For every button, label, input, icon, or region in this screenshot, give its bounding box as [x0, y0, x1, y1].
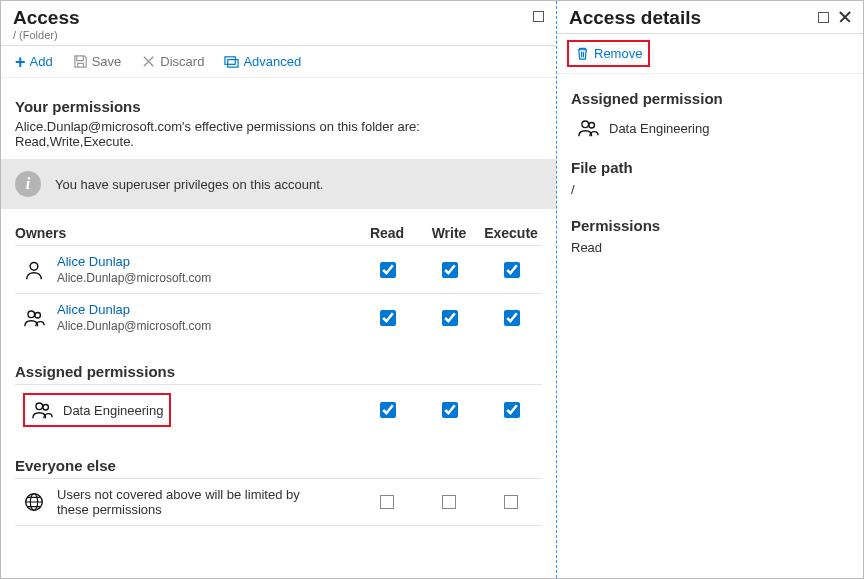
remove-highlight: Remove — [567, 40, 650, 67]
your-permissions-description: Alice.Dunlap@microsoft.com's effective p… — [15, 119, 542, 149]
advanced-label: Advanced — [243, 54, 301, 69]
file-path-value: / — [571, 182, 849, 197]
assigned-name: Data Engineering — [63, 403, 163, 418]
access-details-panel: Access details Remove Assigned permissio… — [557, 1, 863, 578]
access-subtitle: / (Folder) — [13, 29, 80, 41]
assigned-permissions-heading: Assigned permissions — [15, 363, 542, 380]
assigned-highlight: Data Engineering — [23, 393, 171, 427]
access-title: Access — [13, 7, 80, 29]
svg-point-5 — [36, 403, 43, 410]
everyone-else-heading: Everyone else — [15, 457, 542, 474]
info-bar: i You have superuser privileges on this … — [1, 159, 556, 209]
owner-row: Alice Dunlap Alice.Dunlap@microsoft.com — [15, 245, 542, 293]
assigned-row[interactable]: Data Engineering — [15, 384, 542, 435]
discard-label: Discard — [160, 54, 204, 69]
col-execute: Execute — [480, 225, 542, 241]
everyone-write-checkbox[interactable] — [442, 495, 456, 509]
group-icon — [577, 117, 599, 139]
user-icon — [23, 259, 45, 281]
advanced-button[interactable]: Advanced — [220, 52, 305, 71]
assigned-read-checkbox[interactable] — [380, 402, 396, 418]
details-title: Access details — [569, 7, 701, 29]
plus-icon: + — [15, 55, 26, 69]
info-icon: i — [15, 171, 41, 197]
file-path-heading: File path — [571, 159, 849, 176]
add-label: Add — [30, 54, 53, 69]
save-icon — [73, 54, 88, 69]
details-header: Access details — [557, 1, 863, 34]
save-label: Save — [92, 54, 122, 69]
owner-read-checkbox[interactable] — [380, 262, 396, 278]
svg-point-9 — [582, 121, 589, 128]
permissions-heading: Permissions — [571, 217, 849, 234]
details-toolbar: Remove — [557, 34, 863, 74]
everyone-read-checkbox[interactable] — [380, 495, 394, 509]
everyone-row: Users not covered above will be limited … — [15, 478, 542, 526]
assigned-execute-checkbox[interactable] — [504, 402, 520, 418]
owner-row: Alice Dunlap Alice.Dunlap@microsoft.com — [15, 293, 542, 341]
info-text: You have superuser privileges on this ac… — [55, 177, 323, 192]
assigned-permission-heading: Assigned permission — [571, 90, 849, 107]
save-button[interactable]: Save — [69, 52, 126, 71]
svg-rect-1 — [228, 60, 238, 68]
assigned-group-name: Data Engineering — [609, 121, 709, 136]
svg-point-10 — [589, 123, 595, 129]
owner-name[interactable]: Alice Dunlap — [57, 254, 211, 269]
owner-email: Alice.Dunlap@microsoft.com — [57, 271, 211, 285]
access-panel-header: Access / (Folder) — [1, 1, 556, 46]
your-permissions-heading: Your permissions — [15, 98, 542, 115]
access-toolbar: + Add Save Discard Advanced — [1, 46, 556, 78]
assigned-write-checkbox[interactable] — [442, 402, 458, 418]
discard-button[interactable]: Discard — [137, 52, 208, 71]
discard-icon — [141, 54, 156, 69]
remove-label: Remove — [594, 46, 642, 61]
owner-execute-checkbox[interactable] — [504, 262, 520, 278]
remove-button[interactable]: Remove — [575, 46, 642, 61]
globe-icon — [23, 491, 45, 513]
col-read: Read — [356, 225, 418, 241]
advanced-icon — [224, 54, 239, 69]
svg-rect-0 — [225, 57, 235, 65]
svg-point-3 — [28, 311, 35, 318]
svg-point-4 — [35, 312, 40, 318]
col-write: Write — [418, 225, 480, 241]
everyone-text: Users not covered above will be limited … — [57, 487, 317, 517]
owners-grid-header: Owners Read Write Execute — [15, 223, 542, 245]
owner-read-checkbox[interactable] — [380, 310, 396, 326]
add-button[interactable]: + Add — [11, 52, 57, 71]
col-owners: Owners — [15, 225, 356, 241]
trash-icon — [575, 46, 590, 61]
svg-point-6 — [43, 405, 48, 411]
svg-point-2 — [30, 262, 38, 270]
close-icon[interactable] — [839, 11, 851, 23]
assigned-permission-row: Data Engineering — [571, 113, 849, 155]
owner-name[interactable]: Alice Dunlap — [57, 302, 211, 317]
permissions-value: Read — [571, 240, 849, 255]
group-icon — [31, 399, 53, 421]
owner-write-checkbox[interactable] — [442, 310, 458, 326]
group-icon — [23, 307, 45, 329]
owner-write-checkbox[interactable] — [442, 262, 458, 278]
access-panel: Access / (Folder) + Add Save Discard — [1, 1, 557, 578]
owner-execute-checkbox[interactable] — [504, 310, 520, 326]
maximize-icon[interactable] — [533, 11, 544, 22]
owner-email: Alice.Dunlap@microsoft.com — [57, 319, 211, 333]
maximize-icon[interactable] — [818, 12, 829, 23]
everyone-execute-checkbox[interactable] — [504, 495, 518, 509]
